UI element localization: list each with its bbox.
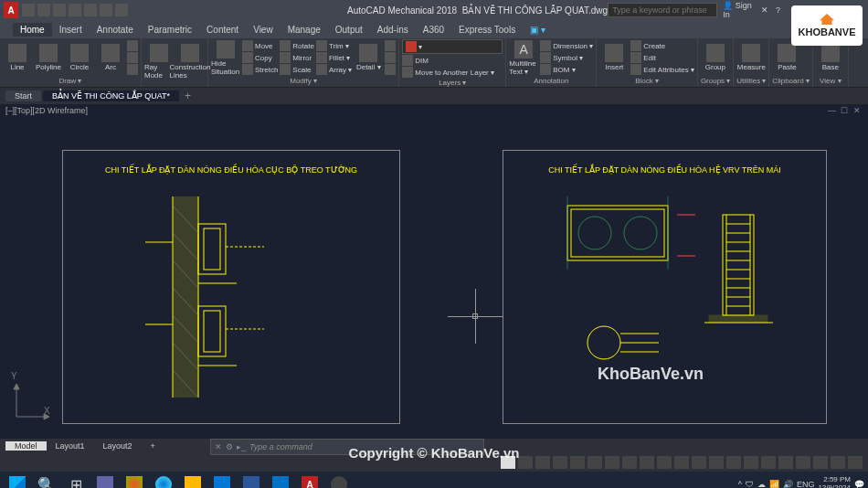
draw-more[interactable] [127, 52, 138, 63]
stretch-button[interactable]: Stretch [242, 64, 278, 75]
paste-button[interactable]: Paste [772, 44, 801, 71]
tb-edge[interactable] [150, 473, 177, 488]
base-button[interactable]: Base [816, 44, 845, 71]
bom-button[interactable]: BOM ▾ [540, 64, 593, 75]
tray-chevron[interactable]: ^ [738, 480, 742, 488]
layer-dropdown[interactable]: ▾ [402, 39, 503, 54]
tab-layout1[interactable]: Layout1 [47, 441, 94, 451]
multiline-text-button[interactable]: AMultiline Text ▾ [509, 40, 538, 76]
app-icon[interactable]: A [4, 2, 18, 18]
sb-cycling[interactable] [674, 456, 689, 469]
sb-transparency[interactable] [657, 456, 672, 469]
panel-label-layers[interactable]: Layers ▾ [402, 78, 503, 88]
mirror-button[interactable]: Mirror [280, 52, 314, 63]
cmd-config-icon[interactable]: ⚙ [226, 442, 233, 451]
construction-lines-button[interactable]: Construction Lines [175, 44, 205, 80]
panel-label-block[interactable]: Block ▾ [599, 76, 694, 86]
qa-icon[interactable] [100, 4, 112, 16]
qa-icon[interactable] [22, 4, 35, 16]
sb-otrack[interactable] [622, 456, 637, 469]
tray-volume-icon[interactable]: 🔊 [783, 480, 793, 488]
help-icon[interactable]: ? [776, 5, 780, 15]
sb-clean[interactable] [831, 456, 845, 469]
tab-addins[interactable]: Add-ins [370, 23, 416, 37]
sb-snap[interactable] [535, 456, 550, 469]
vp-restore[interactable]: ☐ [841, 106, 850, 115]
qa-icon[interactable] [69, 4, 81, 16]
tab-parametric[interactable]: Parametric [141, 23, 199, 37]
taskview-icon[interactable]: ⊞ [62, 473, 90, 488]
tab-home[interactable]: Home [13, 23, 52, 37]
trim-button[interactable]: Trim ▾ [316, 40, 352, 51]
tab-output[interactable]: Output [328, 23, 370, 37]
polyline-button[interactable]: Polyline [34, 44, 63, 71]
sb-annotation[interactable] [692, 456, 706, 469]
exchange-icon[interactable]: ✕ [761, 5, 768, 15]
sb-polar[interactable] [570, 456, 585, 469]
tab-content[interactable]: Content [199, 23, 246, 37]
tab-model[interactable]: Model [5, 441, 47, 451]
insert-button[interactable]: Insert [599, 44, 629, 71]
viewport-label[interactable]: [–][Top][2D Wireframe] [5, 106, 88, 115]
qa-icon[interactable] [115, 4, 128, 16]
tb-app[interactable] [121, 473, 148, 488]
sb-monitor[interactable] [726, 456, 741, 469]
tb-explorer[interactable] [179, 473, 206, 488]
move-layer-button[interactable]: Move to Another Layer ▾ [402, 67, 503, 78]
start-button[interactable] [4, 473, 31, 488]
tab-express[interactable]: Express Tools [451, 23, 523, 37]
tb-app[interactable] [91, 473, 119, 488]
tb-word[interactable] [238, 473, 265, 488]
panel-label-view[interactable]: View ▾ [816, 76, 845, 86]
fillet-button[interactable]: Fillet ▾ [316, 52, 352, 63]
circle-button[interactable]: Circle [65, 44, 94, 71]
drawing-viewport[interactable]: CHI TIẾT LẮP ĐẶT DÀN NÓNG ĐIỀU HÒA CỤC B… [0, 117, 868, 439]
line-button[interactable]: Line [3, 44, 32, 71]
draw-more[interactable] [127, 64, 138, 75]
qa-icon[interactable] [84, 4, 97, 16]
panel-label-draw[interactable]: Draw ▾ [3, 76, 138, 86]
qa-icon[interactable] [53, 4, 66, 16]
hide-situation-button[interactable]: Hide Situation [211, 40, 240, 76]
tb-app[interactable] [325, 473, 353, 488]
tb-autocad[interactable]: A [296, 473, 323, 488]
group-button[interactable]: Group [701, 44, 730, 71]
draw-more[interactable] [127, 40, 138, 51]
vp-close[interactable]: ✕ [853, 106, 863, 115]
dimension-button[interactable]: Dimension ▾ [540, 40, 593, 51]
tray-lang[interactable]: ENG [797, 480, 815, 488]
sb-grid[interactable] [518, 456, 533, 469]
tray-wifi-icon[interactable]: 📶 [769, 480, 779, 488]
sb-units[interactable] [744, 456, 758, 469]
panel-label-utilities[interactable]: Utilities ▾ [736, 76, 766, 86]
move-button[interactable]: Move [242, 40, 278, 51]
sb-ortho[interactable] [553, 456, 567, 469]
panel-label-clipboard[interactable]: Clipboard ▾ [772, 76, 809, 86]
tab-layout2[interactable]: Layout2 [94, 441, 142, 451]
sb-osnap[interactable] [587, 456, 602, 469]
edit-attributes-button[interactable]: Edit Attributes ▾ [630, 64, 694, 75]
dim-button[interactable]: DIM [402, 55, 503, 66]
scale-button[interactable]: Scale [280, 64, 314, 75]
tab-insert[interactable]: Insert [52, 23, 90, 37]
panel-label-groups[interactable]: Groups ▾ [701, 76, 730, 86]
sb-lwt[interactable] [640, 456, 654, 469]
sb-isolate[interactable] [796, 456, 810, 469]
sb-hardware[interactable] [813, 456, 828, 469]
sb-quickprops[interactable] [761, 456, 776, 469]
tab-view[interactable]: View [246, 23, 281, 37]
tab-featured[interactable]: ▣ ▾ [523, 23, 553, 37]
sb-3dosnap[interactable] [605, 456, 619, 469]
cmd-close-icon[interactable]: ✕ [215, 442, 222, 451]
file-tab-active[interactable]: BẢN VẼ THI CÔNG LẮP QUAT* [43, 90, 179, 101]
rotate-button[interactable]: Rotate [280, 40, 314, 51]
signin-button[interactable]: 👤 Sign In [723, 1, 754, 19]
tb-store[interactable] [208, 473, 236, 488]
tb-outlook[interactable] [267, 473, 294, 488]
array-button[interactable]: Array ▾ [316, 64, 352, 75]
modify-more[interactable] [385, 40, 396, 51]
modify-more[interactable] [385, 52, 396, 63]
measure-button[interactable]: Measure [736, 44, 766, 71]
new-tab-button[interactable]: + [185, 90, 191, 102]
panel-label-modify[interactable]: Modify ▾ [211, 76, 396, 86]
